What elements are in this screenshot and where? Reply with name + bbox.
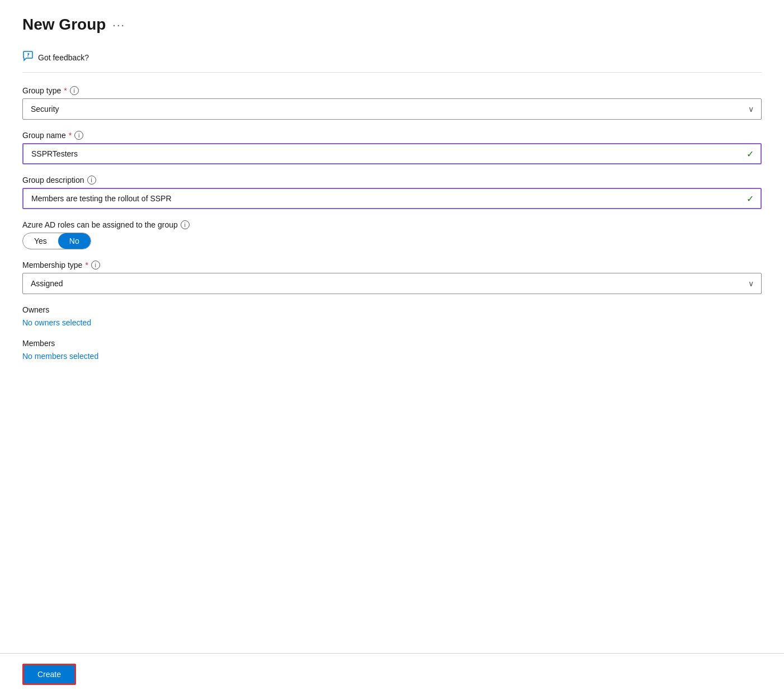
azure-ad-roles-toggle: Yes No	[22, 233, 91, 249]
membership-type-wrapper: Assigned Dynamic User Dynamic Device ∨	[22, 273, 762, 294]
group-description-section: Group description i ✓	[22, 176, 762, 209]
membership-type-required-star: *	[85, 261, 88, 270]
more-options-icon[interactable]: ···	[112, 18, 125, 31]
members-section: Members No members selected	[22, 339, 762, 361]
feedback-icon	[22, 50, 34, 64]
footer-bar: Create	[0, 653, 784, 695]
main-content: New Group ··· Got feedback? Group type *…	[0, 0, 784, 653]
membership-type-info-icon[interactable]: i	[91, 261, 100, 270]
group-name-info-icon[interactable]: i	[74, 131, 83, 140]
group-description-check-icon: ✓	[747, 193, 754, 204]
group-type-section: Group type * i Security Microsoft 365 ∨	[22, 86, 762, 120]
page-title: New Group	[22, 16, 106, 34]
group-name-section: Group name * i ✓	[22, 131, 762, 164]
group-description-info-icon[interactable]: i	[87, 176, 96, 185]
azure-ad-roles-label: Azure AD roles can be assigned to the gr…	[22, 220, 762, 229]
create-button[interactable]: Create	[22, 664, 76, 685]
feedback-bar[interactable]: Got feedback?	[22, 45, 762, 73]
no-members-selected-link[interactable]: No members selected	[22, 352, 98, 361]
group-name-input[interactable]	[22, 143, 762, 164]
group-type-select[interactable]: Security Microsoft 365	[22, 98, 762, 120]
page-container: New Group ··· Got feedback? Group type *…	[0, 0, 784, 695]
page-title-row: New Group ···	[22, 16, 762, 34]
group-name-input-wrapper: ✓	[22, 143, 762, 164]
group-name-check-icon: ✓	[747, 149, 754, 159]
group-name-required-star: *	[69, 131, 72, 140]
owners-section: Owners No owners selected	[22, 305, 762, 328]
azure-ad-roles-no-button[interactable]: No	[58, 233, 91, 249]
group-name-label: Group name * i	[22, 131, 762, 140]
no-owners-selected-link[interactable]: No owners selected	[22, 318, 91, 327]
members-label: Members	[22, 339, 762, 348]
azure-ad-roles-section: Azure AD roles can be assigned to the gr…	[22, 220, 762, 249]
group-description-input[interactable]	[22, 188, 762, 209]
feedback-text: Got feedback?	[38, 53, 89, 62]
group-type-label: Group type * i	[22, 86, 762, 95]
azure-ad-roles-info-icon[interactable]: i	[181, 220, 190, 229]
membership-type-select[interactable]: Assigned Dynamic User Dynamic Device	[22, 273, 762, 294]
group-type-wrapper: Security Microsoft 365 ∨	[22, 98, 762, 120]
membership-type-section: Membership type * i Assigned Dynamic Use…	[22, 261, 762, 294]
membership-type-label: Membership type * i	[22, 261, 762, 270]
group-description-label: Group description i	[22, 176, 762, 185]
group-type-info-icon[interactable]: i	[70, 86, 79, 95]
azure-ad-roles-yes-button[interactable]: Yes	[23, 233, 58, 249]
group-description-input-wrapper: ✓	[22, 188, 762, 209]
required-star: *	[64, 86, 67, 95]
owners-label: Owners	[22, 305, 762, 314]
